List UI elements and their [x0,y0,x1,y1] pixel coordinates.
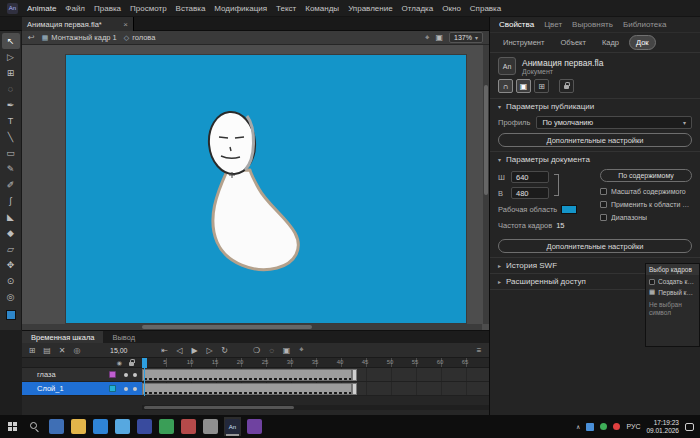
zoom-tool[interactable]: ⊙ [2,273,20,289]
text-tool[interactable]: T [2,113,20,129]
lasso-tool[interactable]: ◌ [2,81,20,97]
tray-status-green-icon[interactable] [600,423,607,430]
snap-grid-icon[interactable]: ⊞ [534,79,549,93]
play-icon[interactable]: ▶ [190,346,200,355]
lock-guides-icon[interactable] [559,79,574,93]
tab-properties[interactable]: Свойства [499,20,534,29]
profile-select[interactable]: По умолчанию ▾ [536,116,692,129]
taskbar-app-animate[interactable]: An [224,417,241,436]
taskbar-app-1[interactable] [48,417,65,436]
taskbar-app-10[interactable] [246,417,263,436]
eyedropper-tool[interactable]: ◆ [2,225,20,241]
onion-outlines-icon[interactable]: ◌ [267,346,277,355]
checkbox[interactable] [600,201,607,208]
stage-color-swatch[interactable] [561,205,577,214]
create-keyframe-option[interactable]: Создать ключевой кадр [646,275,699,285]
scale-content-checkbox-row[interactable]: Масштаб содержимого [600,185,692,198]
subselection-tool[interactable]: ▷ [2,49,20,65]
back-icon[interactable]: ↩ [28,33,35,42]
stage[interactable] [66,55,466,323]
center-playhead-icon[interactable]: ⌖ [297,345,307,355]
search-button[interactable] [26,417,43,436]
taskbar-app-5[interactable] [136,417,153,436]
layer-row-layer1[interactable]: Слой_1 [22,382,142,396]
clip-content-icon[interactable]: ▣ [436,33,444,42]
layer-lock-toggle[interactable] [133,373,137,377]
frame-picker-header[interactable]: Выбор кадров [646,264,699,275]
layer-visibility-toggle[interactable] [124,373,128,377]
character-artwork[interactable] [66,55,466,323]
camera-icon[interactable]: ◎ [72,346,82,355]
taskbar-app-7[interactable] [180,417,197,436]
match-contents-button[interactable]: По содержимому [600,169,692,182]
menu-text[interactable]: Текст [276,4,296,13]
menu-edit[interactable]: Правка [94,4,121,13]
tab-align[interactable]: Выровнять [572,20,613,29]
document-tab[interactable]: Анимация первая.fla* × [22,17,134,31]
tray-app-icon[interactable] [586,423,594,431]
timeline-menu-icon[interactable]: ≡ [474,346,484,355]
layer-lock-toggle[interactable] [133,387,137,391]
checkbox[interactable] [600,214,607,221]
add-layer-icon[interactable]: ⊞ [27,346,37,355]
end-frame[interactable] [352,383,357,395]
publish-section-header[interactable]: ▾ Параметры публикации [490,99,700,114]
brush-tool[interactable]: ✐ [2,177,20,193]
eye-column-icon[interactable]: ◉ [117,360,122,366]
taskbar-app-6[interactable] [158,417,175,436]
center-stage-icon[interactable]: ⌖ [425,33,430,43]
fps-display[interactable]: 15,00 [110,347,128,354]
pencil-tool[interactable]: ✎ [2,161,20,177]
start-button[interactable] [4,417,21,436]
tab-library[interactable]: Библиотека [623,20,667,29]
menu-modify[interactable]: Модификация [214,4,267,13]
loop-icon[interactable]: ↻ [220,346,230,355]
playhead[interactable] [142,358,147,368]
height-field[interactable]: 480 [511,187,549,199]
menu-debug[interactable]: Отладка [402,4,434,13]
first-frame-option[interactable]: ▦ Первый кадр [646,285,699,296]
subtab-tool[interactable]: Инструмент [497,36,550,49]
action-center-icon[interactable] [685,423,694,431]
doc-advanced-button[interactable]: Дополнительные настройки [498,239,692,253]
tab-color[interactable]: Цвет [544,20,562,29]
zoom-select[interactable]: 137% ▾ [449,32,483,43]
camera-tool[interactable]: ◎ [2,289,20,305]
apply-to-paste-checkbox-row[interactable]: Применить к области вставки [600,198,692,211]
hand-tool[interactable]: ✥ [2,257,20,273]
publish-advanced-button[interactable]: Дополнительные настройки [498,133,692,147]
menu-commands[interactable]: Команды [305,4,339,13]
taskbar-app-8[interactable] [202,417,219,436]
language-indicator[interactable]: РУС [626,423,640,430]
onion-skin-icon[interactable]: ❍ [252,346,262,355]
frame-row[interactable] [142,368,489,382]
tray-recording-icon[interactable] [613,423,620,430]
link-dimensions-icon[interactable] [554,174,559,196]
paint-bucket-tool[interactable]: ◣ [2,209,20,225]
fps-value[interactable]: 15 [556,221,564,230]
breadcrumb-scene[interactable]: ▦ Монтажный кадр 1 [42,33,117,42]
selection-tool[interactable]: ↖ [2,33,20,49]
tab-timeline[interactable]: Временная шкала [22,331,103,343]
subtab-doc[interactable]: Док [629,35,656,50]
width-field[interactable]: 640 [511,171,549,183]
lock-column-icon[interactable] [129,362,134,366]
free-transform-tool[interactable]: ⊞ [2,65,20,81]
taskbar-clock[interactable]: 17:19:23 09.01.2026 [646,419,679,434]
menu-insert[interactable]: Вставка [176,4,206,13]
tray-chevron-up-icon[interactable]: ∧ [576,423,580,430]
delete-layer-icon[interactable]: ✕ [57,346,67,355]
end-frame[interactable] [352,369,357,381]
taskbar-app-3[interactable] [92,417,109,436]
layer-visibility-toggle[interactable] [124,387,128,391]
subtab-object[interactable]: Объект [554,36,592,49]
close-tab-icon[interactable]: × [123,20,128,29]
menu-help[interactable]: Справка [470,4,501,13]
timeline-scrollbar[interactable] [142,405,489,410]
fill-color-swatch[interactable] [6,310,16,320]
taskbar-app-2[interactable] [70,417,87,436]
keyframe-span[interactable] [142,383,352,395]
step-back-icon[interactable]: ◁ [175,346,185,355]
tab-output[interactable]: Вывод [103,331,144,343]
rectangle-tool[interactable]: ▭ [2,145,20,161]
